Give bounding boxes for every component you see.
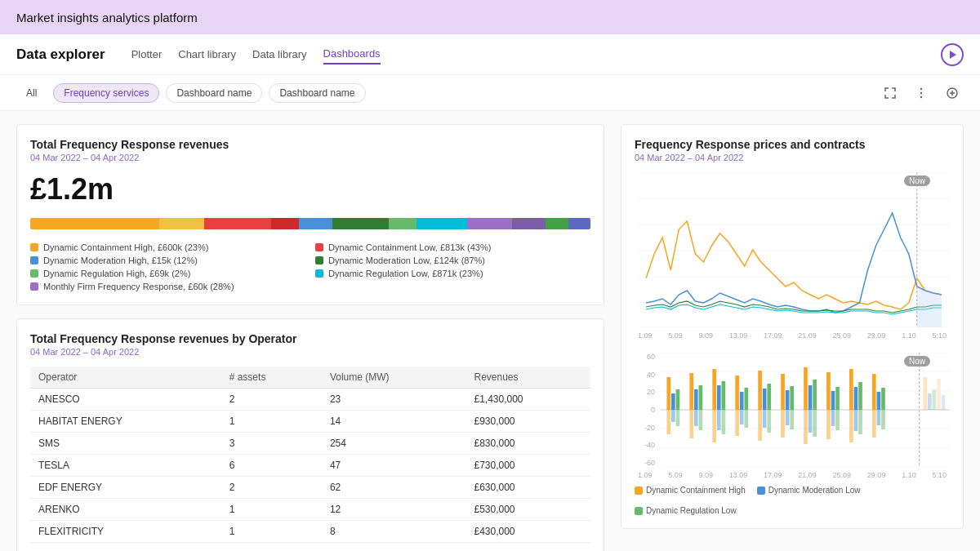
add-icon[interactable] [941, 82, 964, 104]
legend-item: Dynamic Containment High, £600k (23%) [30, 242, 305, 252]
table-cell: £630,000 [466, 477, 590, 499]
bar-chart-container: Now 6040200-20-40-60 [635, 353, 950, 479]
legend-item: Monthly Firm Frequency Response, £60k (2… [30, 282, 305, 291]
svg-rect-80 [881, 388, 885, 410]
svg-rect-50 [767, 384, 771, 410]
svg-rect-45 [735, 410, 739, 436]
price-chart-subtitle: 04 Mar 2022 – 04 Apr 2022 [635, 153, 950, 162]
legend-item: Dynamic Moderation Low, £124k (87%) [315, 256, 590, 265]
table-cell: 1 [221, 499, 322, 521]
svg-rect-65 [813, 410, 817, 437]
table-cell: £530,000 [466, 499, 590, 521]
bottom-legend-dot [635, 487, 643, 495]
svg-rect-85 [928, 393, 932, 410]
table-cell: 254 [322, 433, 466, 455]
table-cell: ANESCO [30, 389, 221, 411]
app-title: Market insights analytics platform [16, 11, 198, 24]
nav-chart-library[interactable]: Chart library [178, 45, 236, 64]
svg-rect-88 [942, 395, 946, 410]
nav-data-library[interactable]: Data library [252, 45, 306, 64]
svg-rect-61 [808, 385, 813, 410]
table-cell: 1 [221, 521, 322, 543]
now-badge-bar: Now [904, 356, 930, 367]
svg-rect-67 [831, 391, 835, 410]
svg-rect-41 [722, 410, 726, 434]
y-axis-labels [635, 172, 657, 323]
legend-item: Dynamic Containment Low, £813k (43%) [315, 242, 590, 252]
svg-marker-15 [917, 287, 942, 327]
filter-frequency-services[interactable]: Frequency services [53, 83, 159, 103]
left-panel: Total Frequency Response revenues 04 Mar… [16, 124, 604, 551]
legend-item: Dynamic Regulation Low, £871k (23%) [315, 269, 590, 278]
bar-segment [389, 218, 416, 229]
legend-label: Monthly Firm Frequency Response, £60k (2… [43, 282, 234, 291]
legend-label: Dynamic Regulation High, £69k (2%) [43, 269, 190, 278]
legend-dot [315, 269, 323, 278]
filter-dashboard-2[interactable]: Dashboard name [269, 83, 365, 103]
svg-rect-51 [758, 410, 762, 441]
bar-segment [271, 218, 299, 229]
table-row: FLEXITRICITY18£430,000 [30, 521, 590, 543]
nav-dashboards[interactable]: Dashboards [323, 44, 381, 64]
legend-dot [315, 243, 323, 251]
table-cell: 2 [221, 389, 322, 411]
svg-rect-53 [767, 410, 771, 433]
legend-dot [30, 282, 38, 291]
table-cell: £730,000 [466, 455, 590, 477]
operator-table: Operator# assetsVolume (MW)Revenues ANES… [30, 367, 590, 543]
svg-rect-64 [808, 410, 813, 433]
svg-rect-24 [666, 377, 670, 410]
svg-rect-62 [813, 380, 817, 410]
svg-rect-31 [694, 389, 698, 410]
top-bar: Market insights analytics platform [0, 0, 980, 34]
svg-rect-57 [781, 410, 785, 438]
table-cell: 12 [322, 499, 466, 521]
svg-rect-84 [923, 377, 927, 410]
bottom-legend-dot [757, 487, 765, 495]
svg-rect-43 [740, 392, 744, 410]
svg-rect-40 [717, 410, 721, 430]
legend-item: Dynamic Regulation High, £69k (2%) [30, 269, 305, 278]
legend-label: Dynamic Containment High, £600k (23%) [43, 242, 208, 252]
svg-rect-55 [786, 390, 790, 410]
play-button[interactable] [941, 43, 964, 66]
svg-point-1 [920, 87, 922, 89]
operator-card: Total Frequency Response revenues by Ope… [16, 318, 604, 551]
svg-rect-71 [835, 410, 840, 430]
svg-rect-32 [699, 385, 703, 410]
svg-rect-77 [858, 410, 862, 434]
table-cell: TESLA [30, 455, 221, 477]
filter-all[interactable]: All [16, 84, 47, 102]
expand-icon[interactable] [879, 82, 902, 104]
bar-chart-svg [661, 353, 950, 467]
svg-rect-82 [877, 410, 881, 425]
table-row: ARENKO112£530,000 [30, 499, 590, 521]
nav-plotter[interactable]: Plotter [131, 45, 163, 64]
bar-segment [568, 218, 590, 229]
now-badge-line: Now [904, 176, 930, 186]
svg-rect-26 [676, 389, 680, 410]
legend-label: Dynamic Moderation Low, £124k (87%) [328, 256, 485, 265]
svg-rect-58 [786, 410, 790, 425]
bottom-legend-item: Dynamic Regulation Low [635, 506, 737, 515]
filter-dashboard-1[interactable]: Dashboard name [166, 83, 262, 103]
table-header: Operator [30, 367, 221, 389]
svg-rect-46 [740, 410, 744, 424]
table-cell: 2 [221, 477, 322, 499]
svg-rect-33 [689, 410, 693, 438]
bottom-legend-label: Dynamic Moderation Low [768, 486, 861, 495]
table-row: ANESCO223£1,430,000 [30, 389, 590, 411]
bar-y-axis: 6040200-20-40-60 [635, 353, 657, 467]
bar-segment [416, 218, 467, 229]
bar-segment [332, 218, 389, 229]
svg-rect-35 [699, 410, 703, 430]
svg-rect-56 [790, 386, 794, 410]
more-options-icon[interactable] [910, 82, 933, 104]
main-content: Total Frequency Response revenues 04 Mar… [0, 111, 980, 551]
table-cell: 23 [322, 389, 466, 411]
nav-right [941, 43, 964, 66]
bar-segment [299, 218, 332, 229]
bar-chart-legend: Dynamic Containment HighDynamic Moderati… [635, 486, 950, 515]
svg-rect-48 [758, 371, 762, 410]
legend-dot [30, 269, 38, 278]
